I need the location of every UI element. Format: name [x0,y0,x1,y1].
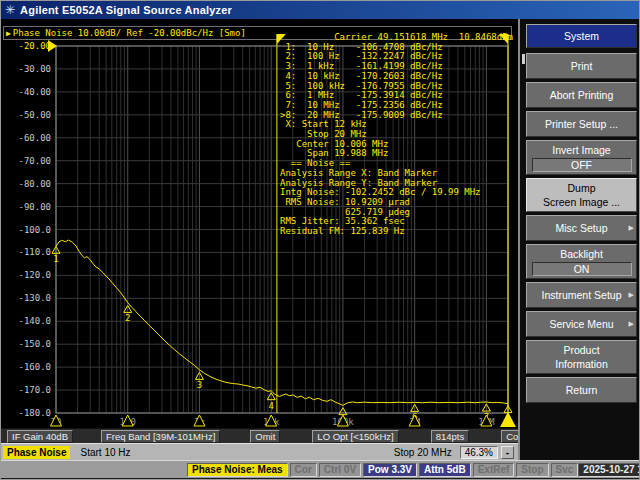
softkey-label: Print [571,59,593,73]
setting-field: IF Gain 40dB [7,430,73,443]
svg-text:-160.0: -160.0 [18,362,51,372]
svg-text:-110.0: -110.0 [18,247,51,257]
softkey-label: Information [555,357,608,371]
svg-text:-40.00: -40.00 [18,87,51,97]
svg-text:-90.00: -90.00 [18,202,51,212]
status-indicator: ExtRef [473,463,515,477]
status-indicator: Ctrl 0V [319,463,361,477]
marker-info-overlay: Carrier 49.151618 MHz 10.8468dBm 1: 10 H… [280,33,513,237]
submenu-arrow-icon: ▶ [629,288,634,302]
softkey-invert-image[interactable]: Invert ImageOFF [526,140,637,175]
svg-text:-140.0: -140.0 [18,316,51,326]
softkey-label: Return [566,383,598,397]
clock-display: 2025-10-27 16:02 [578,463,640,477]
svg-text:-30.00: -30.00 [18,64,51,74]
status-indicator: Svc [551,463,579,477]
softkey-value: OFF [532,158,632,172]
svg-text:-80.00: -80.00 [18,179,51,189]
marker-axis-indicator-icon [500,412,516,427]
status-indicator: Attn 5dB [419,463,471,477]
svg-text:-120.0: -120.0 [18,270,51,280]
app-spark-icon: ✳ [5,4,15,16]
softkey-system[interactable]: System [526,24,637,48]
measurement-screen: ▶ Phase Noise 10.00dB/ Ref -20.00dBc/Hz … [1,19,518,428]
measurement-settings-bar: IF Gain 40dBFreq Band [39M-101MHz]OmitLO… [1,428,518,443]
svg-text:-70.00: -70.00 [18,156,51,166]
menu-scroll-notch [522,54,525,64]
softkey-label: Product [563,343,599,357]
softkey-label: Screen Image ... [543,195,620,209]
softkey-label: Printer Setup ... [545,117,618,131]
softkey-label: Service Menu [549,317,613,331]
svg-text:-60.00: -60.00 [18,133,51,143]
softkey-print[interactable]: Print [526,53,637,79]
active-trace-tab[interactable]: Phase Noise [3,446,70,459]
submenu-arrow-icon: ▶ [629,221,634,235]
svg-text:3: 3 [197,380,202,390]
softkey-label: Dump [567,181,595,195]
status-indicator: Cor [290,463,317,477]
svg-text:1: 1 [53,254,58,264]
setting-field: Omit [250,430,280,443]
instrument-status-bar: Phase Noise: MeasCorCtrl 0VPow 3.3VAttn … [1,460,639,478]
softkey-menu: SystemPrintAbort PrintingPrinter Setup .… [518,19,639,460]
submenu-arrow-icon: ▶ [629,317,634,331]
setting-field: LO Opt [<150kHz] [312,430,398,443]
trace-status-bar: Phase Noise Start 10 Hz Stop 20 MHz 46.3… [1,443,518,460]
softkey-dump[interactable]: DumpScreen Image ... [526,178,637,212]
y-axis-labels: -20.00-30.00-40.00-50.00-60.00-70.00-80.… [18,40,57,418]
svg-text:2: 2 [125,313,130,323]
softkey-label: Backlight [560,247,603,261]
softkey-label: Misc Setup [556,221,608,235]
svg-text:-180.0: -180.0 [18,408,51,418]
setting-field: 814pts [431,430,470,443]
svg-text:-150.0: -150.0 [18,339,51,349]
svg-text:-170.0: -170.0 [18,385,51,395]
sweep-stop-label: Stop 20 MHz [394,447,452,458]
softkey-abort-printing[interactable]: Abort Printing [526,82,637,108]
softkey-backlight[interactable]: BacklightON [526,244,637,279]
svg-text:-130.0: -130.0 [18,293,51,303]
status-indicator: Stop [516,463,548,477]
softkey-label: Abort Printing [550,88,614,102]
status-indicator: Phase Noise: Meas [187,463,288,477]
svg-text:-100.0: -100.0 [18,225,51,235]
app-window: ✳ Agilent E5052A Signal Source Analyzer … [0,0,640,480]
softkey-printer-setup[interactable]: Printer Setup ... [526,111,637,137]
title-bar: ✳ Agilent E5052A Signal Source Analyzer [1,1,639,19]
phase-noise-trace [56,240,508,405]
softkey-instrument-setup[interactable]: Instrument Setup▶ [526,282,637,308]
setting-field: Freq Band [39M-101MHz] [101,430,220,443]
collapse-button[interactable]: - [501,446,514,459]
svg-text:-20.00: -20.00 [18,41,51,51]
softkey-value: ON [532,262,632,276]
softkey-return[interactable]: Return [526,377,637,403]
sweep-start-label: Start 10 Hz [80,447,130,458]
status-indicator: Pow 3.3V [363,463,417,477]
window-title: Agilent E5052A Signal Source Analyzer [20,4,232,16]
svg-text:-50.00: -50.00 [18,110,51,120]
svg-text:4: 4 [268,401,273,411]
softkey-label: Instrument Setup [542,288,622,302]
sweep-progress-indicator: 46.3% [460,446,498,459]
softkey-label: Invert Image [552,143,610,157]
softkey-service-menu[interactable]: Service Menu▶ [526,311,637,337]
softkey-label: System [564,29,599,43]
softkey-misc-setup[interactable]: Misc Setup▶ [526,215,637,241]
softkey-product[interactable]: ProductInformation [526,340,637,374]
